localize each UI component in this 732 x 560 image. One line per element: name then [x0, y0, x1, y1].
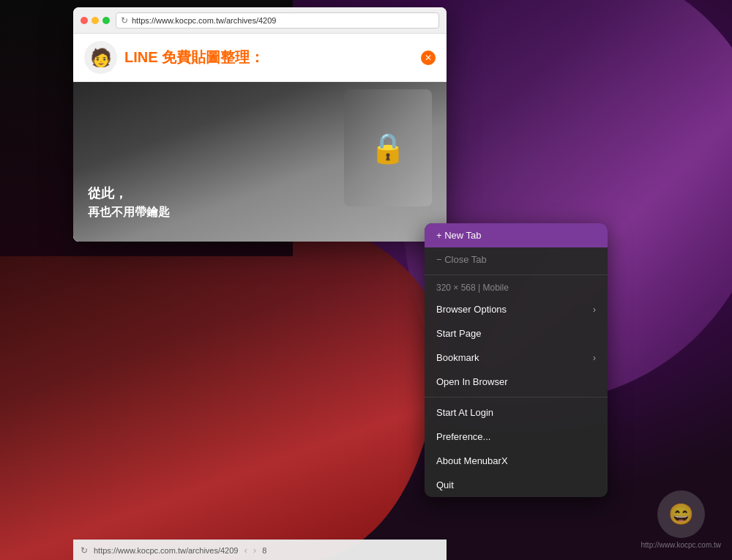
menu-browser-options-label: Browser Options — [436, 304, 507, 315]
ad-line2: 再也不用帶鑰匙 — [88, 205, 170, 220]
menu-quit[interactable]: Quit — [425, 473, 608, 497]
browser-toolbar: ↻ https://www.kocpc.com.tw/archives/4209 — [73, 7, 447, 34]
back-arrow[interactable]: ‹ — [244, 545, 247, 556]
menu-close-tab-label: − Close Tab — [436, 254, 487, 265]
menu-new-tab-label: + New Tab — [436, 230, 482, 241]
menu-about[interactable]: About MenubarX — [425, 449, 608, 473]
browser-content: 🧑 LINE 免費貼圖整理： ✕ 🔒 從此， 再也不用帶鑰匙 — [73, 34, 447, 242]
ad-banner: 🧑 LINE 免費貼圖整理： ✕ 🔒 從此， 再也不用帶鑰匙 — [73, 34, 447, 242]
minimize-dot[interactable] — [92, 17, 99, 24]
menu-close-tab[interactable]: − Close Tab — [425, 247, 608, 272]
ad-top: 🧑 LINE 免費貼圖整理： ✕ — [73, 34, 447, 82]
ad-avatar: 🧑 — [84, 41, 117, 74]
refresh-icon: ↻ — [121, 15, 128, 26]
menu-preferences-label: Preference... — [436, 431, 490, 442]
ad-text-overlay: 從此， 再也不用帶鑰匙 — [88, 184, 170, 220]
page-indicator: 8 — [262, 546, 266, 555]
ad-image: 🔒 從此， 再也不用帶鑰匙 — [73, 82, 447, 242]
browser-preview: ↻ https://www.kocpc.com.tw/archives/4209… — [73, 7, 447, 242]
menu-open-in-browser-label: Open In Browser — [436, 376, 508, 387]
divider-2 — [425, 397, 608, 397]
watermark-avatar: 😄 — [657, 490, 705, 538]
bottom-url-text: https://www.kocpc.com.tw/archives/4209 — [94, 546, 238, 555]
context-menu: + New Tab − Close Tab 320 × 568 | Mobile… — [425, 223, 608, 497]
menu-info-label: 320 × 568 | Mobile — [436, 283, 509, 293]
menu-start-at-login-label: Start At Login — [436, 407, 493, 418]
menu-info: 320 × 568 | Mobile — [425, 278, 608, 297]
menu-bookmark[interactable]: Bookmark › — [425, 346, 608, 370]
menu-open-in-browser[interactable]: Open In Browser — [425, 370, 608, 394]
watermark: 😄 http://www.kocpc.com.tw — [641, 490, 721, 549]
maximize-dot[interactable] — [102, 17, 110, 24]
watermark-text: http://www.kocpc.com.tw — [641, 541, 721, 549]
divider-1 — [425, 275, 608, 275]
menu-start-page-label: Start Page — [436, 328, 481, 339]
url-text: https://www.kocpc.com.tw/archives/4209 — [132, 16, 276, 25]
ad-title: LINE 免費貼圖整理： — [124, 48, 264, 67]
menu-preferences[interactable]: Preference... — [425, 425, 608, 449]
menu-browser-options[interactable]: Browser Options › — [425, 297, 608, 321]
forward-arrow[interactable]: › — [253, 545, 256, 556]
ad-close-button[interactable]: ✕ — [421, 51, 436, 65]
menu-quit-label: Quit — [436, 479, 454, 490]
menu-start-at-login[interactable]: Start At Login — [425, 400, 608, 425]
bottom-nav-bar: ↻ https://www.kocpc.com.tw/archives/4209… — [73, 540, 447, 560]
menu-bookmark-label: Bookmark — [436, 352, 479, 363]
bottom-refresh-icon: ↻ — [81, 545, 88, 556]
bookmark-chevron-icon: › — [593, 353, 596, 363]
lock-image: 🔒 — [344, 89, 432, 206]
ad-line1: 從此， — [88, 184, 170, 202]
menu-start-page[interactable]: Start Page — [425, 321, 608, 346]
chevron-right-icon: › — [593, 305, 596, 315]
menu-new-tab[interactable]: + New Tab — [425, 223, 608, 247]
window-controls — [81, 17, 110, 24]
url-bar[interactable]: ↻ https://www.kocpc.com.tw/archives/4209 — [116, 12, 439, 29]
close-dot[interactable] — [81, 17, 88, 24]
menu-about-label: About MenubarX — [436, 455, 508, 466]
